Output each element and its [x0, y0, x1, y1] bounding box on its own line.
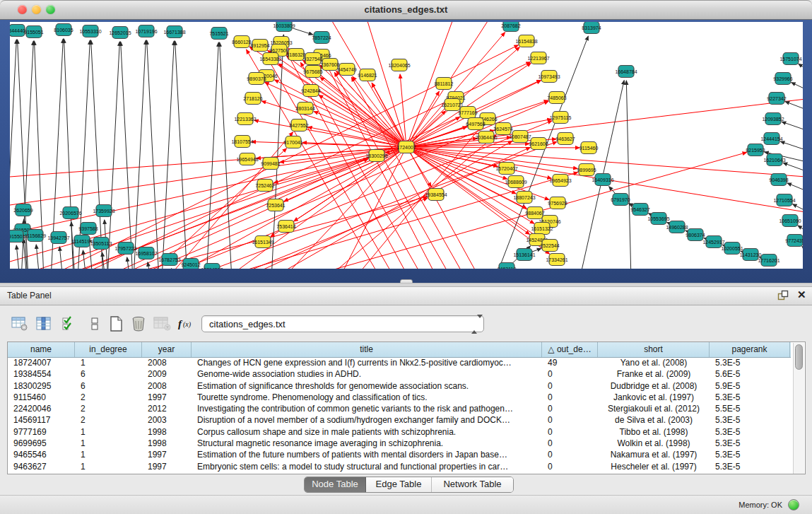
graph-node-teal[interactable]: 11145194	[71, 235, 93, 247]
graph-node-yellow[interactable]: 9242844	[301, 85, 320, 97]
graph-node-teal[interactable]: 10553695	[647, 213, 669, 225]
graph-node-teal[interactable]: 16409316	[592, 174, 613, 186]
graph-node-yellow[interactable]: 18807243	[513, 192, 535, 204]
graph-node-yellow[interactable]: 9170041	[283, 136, 302, 148]
graph-node-teal[interactable]: 16782753	[158, 254, 180, 266]
graph-node-yellow[interactable]: 9675685	[303, 66, 322, 78]
tab-node-table[interactable]: Node Table	[305, 477, 366, 492]
graph-node-yellow[interactable]: 8427552	[289, 119, 308, 132]
table-row[interactable]: 911546021997Tourette syndrome. Phenomeno…	[8, 392, 791, 403]
graph-node-teal[interactable]: 7857224	[312, 32, 331, 44]
graph-node-teal[interactable]: 2620659	[13, 204, 33, 216]
import-table-icon[interactable]	[153, 314, 172, 334]
float-window-icon[interactable]	[777, 290, 789, 301]
column-header-title[interactable]: title	[192, 342, 542, 357]
tab-network-table[interactable]: Network Table	[432, 477, 513, 492]
graph-node-yellow[interactable]: 10688609	[505, 176, 526, 188]
graph-node-yellow[interactable]: 9115460	[579, 142, 599, 154]
graph-node-yellow[interactable]: 12975115	[550, 112, 572, 124]
graph-node-teal[interactable]: 13942757	[47, 232, 69, 244]
graph-node-teal[interactable]: 12814512	[201, 264, 223, 276]
graph-node-yellow[interactable]: 19654923	[549, 175, 571, 187]
delete-table-icon[interactable]	[129, 314, 148, 334]
graph-node-teal[interactable]: 12093852	[762, 113, 784, 125]
graph-node-yellow[interactable]: 10807487	[509, 131, 531, 143]
graph-node-yellow[interactable]: 9777169	[458, 107, 477, 119]
graph-node-yellow[interactable]: 20364436	[475, 132, 497, 144]
graph-node-teal[interactable]: 8215953	[746, 144, 765, 156]
scrollbar-thumb[interactable]	[795, 344, 803, 370]
graph-node-yellow[interactable]: 9463627	[555, 133, 575, 145]
graph-node-yellow[interactable]: 2803144	[295, 103, 314, 115]
graph-node-yellow[interactable]: 2718126	[243, 93, 262, 105]
graph-node-teal[interactable]: 9397588	[78, 223, 98, 235]
graph-node-yellow[interactable]: 8660128	[232, 36, 251, 48]
function-builder-icon[interactable]: f(x)	[177, 314, 196, 334]
graph-node-yellow[interactable]: 19654948	[236, 153, 258, 165]
table-row[interactable]: 1830029562008Estimation of significance …	[8, 380, 791, 392]
graph-node-teal[interactable]: 15751074	[779, 53, 801, 65]
graph-node-yellow[interactable]: 6497568	[466, 118, 485, 130]
memory-status-icon[interactable]	[788, 499, 799, 510]
table-row[interactable]: 1872400712008Changes of HCN gene express…	[8, 357, 791, 368]
graph-node-teal[interactable]: 13505113	[90, 238, 112, 250]
graph-node-yellow[interactable]: 9146821	[358, 69, 377, 81]
graph-node-teal[interactable]: 9546327	[630, 204, 649, 216]
graph-node-teal[interactable]: 10651090	[779, 215, 801, 227]
graph-node-teal[interactable]: 9155051	[24, 26, 43, 38]
graph-node-teal[interactable]: 9046398	[769, 174, 788, 186]
table-row[interactable]: 946362711997Embryonic stem cells: a mode…	[8, 461, 791, 472]
table-settings-icon[interactable]	[10, 314, 30, 334]
graph-node-teal[interactable]: 12652015	[109, 27, 131, 39]
graph-node-teal[interactable]: 9227342	[767, 93, 786, 105]
graph-node-yellow[interactable]: 9756928	[548, 197, 567, 209]
column-header-short[interactable]: short	[598, 342, 710, 357]
graph-node-yellow[interactable]: 15720407	[495, 163, 517, 175]
graph-node-teal[interactable]: 16033809	[273, 20, 295, 32]
graph-node-teal[interactable]: 17359928	[93, 205, 114, 217]
table-row[interactable]: 2242004622012Investigating the contribut…	[8, 403, 791, 414]
graph-node-yellow[interactable]: 1724007	[396, 141, 416, 153]
table-vertical-scrollbar[interactable]	[793, 343, 804, 474]
graph-node-teal[interactable]: 20206576	[59, 207, 81, 219]
graph-node-yellow[interactable]: 2522544	[540, 240, 559, 252]
graph-node-yellow[interactable]: 9884067	[525, 207, 544, 219]
new-table-icon[interactable]	[106, 314, 126, 334]
graph-node-yellow[interactable]: 7536414	[276, 221, 295, 233]
graph-node-teal[interactable]: 8313974	[582, 22, 601, 34]
graph-node-teal[interactable]: 10553310	[79, 25, 101, 37]
network-graph-canvas[interactable]: 8811812979402116210721977716997462666497…	[0, 20, 812, 283]
graph-node-yellow[interactable]: 16154838	[515, 35, 537, 47]
graph-node-yellow[interactable]: 17334261	[546, 254, 567, 266]
tab-edge-table[interactable]: Edge Table	[366, 477, 432, 492]
graph-node-yellow[interactable]: 12213967	[527, 52, 549, 64]
show-columns-icon[interactable]	[34, 314, 54, 334]
table-row[interactable]: 977716911998Corpus callosum shape and si…	[8, 426, 791, 438]
column-header-year[interactable]: year	[142, 342, 192, 357]
graph-node-yellow[interactable]: 19384554	[425, 189, 447, 201]
table-row[interactable]: 946554611997Estimation of the future num…	[8, 449, 791, 460]
table-row[interactable]: 1938455462009Genome-wide association stu…	[8, 368, 791, 380]
graph-node-teal[interactable]: 9772435	[785, 235, 804, 247]
table-row[interactable]: 1456911722003Disruption of a novel membe…	[8, 414, 791, 426]
graph-node-teal[interactable]: 14960288	[666, 221, 688, 233]
graph-node-teal[interactable]: 16958107	[135, 247, 157, 259]
graph-node-yellow[interactable]: 3624574	[493, 123, 512, 135]
graph-node-teal[interactable]: 16648784	[615, 66, 637, 78]
close-panel-icon[interactable]: ✕	[797, 289, 806, 300]
table-row[interactable]: 969969511998Structural magnetic resonanc…	[8, 438, 791, 449]
graph-node-teal[interactable]: 9463119	[498, 263, 517, 275]
graph-node-teal[interactable]: 2087682	[501, 20, 520, 32]
graph-node-teal[interactable]: 11156829	[25, 230, 46, 242]
graph-node-yellow[interactable]: 7253641	[266, 199, 285, 211]
table-selector-combobox[interactable]: citations_edges.txt	[201, 315, 484, 332]
graph-node-teal[interactable]: 6791970	[611, 194, 630, 206]
graph-node-teal[interactable]: 8106035	[54, 24, 73, 36]
column-header-pagerank[interactable]: pagerank	[710, 342, 790, 357]
graph-node-teal[interactable]: 16671388	[163, 26, 185, 38]
graph-node-yellow[interactable]: 9099481	[261, 158, 280, 170]
graph-node-teal[interactable]: 10719196	[135, 25, 157, 37]
select-columns-icon[interactable]	[59, 314, 79, 334]
graph-node-teal[interactable]: 12710554	[773, 194, 795, 206]
graph-node-yellow[interactable]: 18300295	[365, 150, 387, 162]
